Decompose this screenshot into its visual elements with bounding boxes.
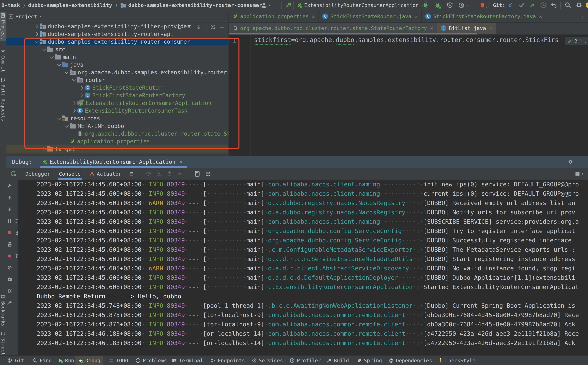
debug-console[interactable]: 2023-02-16T22:34:45.600+08:00··INFO·8034… (18, 180, 588, 355)
tree-row-java[interactable]: java (6, 61, 229, 69)
gear-button[interactable] (7, 288, 12, 294)
settings-gear-button[interactable] (576, 2, 582, 8)
chevron-expanded-icon[interactable] (63, 123, 70, 129)
breadcrumb-project[interactable]: dubbo-samples-extensibility (28, 2, 112, 8)
close-icon[interactable]: ✕ (415, 14, 418, 19)
statusbar-item-dependencies[interactable]: Dependencies (386, 356, 435, 365)
statusbar-item-problems[interactable]: Problems (133, 356, 170, 365)
breadcrumb-module[interactable]: dubbo-samples-extensibility-router-consu… (128, 2, 262, 8)
editor-tab-stickfirststaterouter-java[interactable]: StickFirstStateRouter.java✕ (319, 10, 421, 22)
coverage-button[interactable] (446, 2, 453, 8)
inspection-widget[interactable]: 2 ⌃ ⌄ (565, 37, 588, 45)
close-icon[interactable]: ✕ (539, 14, 542, 19)
up-button[interactable] (7, 195, 12, 200)
debug-button[interactable] (434, 2, 441, 8)
code-line[interactable]: stickfirst=org.apache.dubbo.samples.exte… (254, 36, 559, 43)
mute-button[interactable] (7, 265, 12, 270)
build-hammer-button[interactable] (285, 2, 292, 8)
wrench-button[interactable] (7, 183, 12, 189)
tree-row-stickfirststaterouter[interactable]: StickFirstStateRouter (6, 84, 229, 91)
git-commit-button[interactable] (518, 2, 525, 8)
chevron-collapsed-icon[interactable] (71, 107, 77, 114)
git-update-button[interactable] (507, 2, 514, 8)
editor-area[interactable] (229, 35, 588, 155)
close-icon[interactable]: ✕ (179, 159, 183, 165)
layout-menu-icon[interactable] (129, 171, 134, 176)
close-icon[interactable]: ✕ (489, 26, 492, 31)
next-problem-icon[interactable]: ⌄ (584, 39, 587, 44)
statusbar-item-checkstyle[interactable]: CheckStyle (435, 356, 478, 365)
chevron-collapsed-icon[interactable] (33, 23, 40, 29)
tree-row-dubbo-samples-extensibility-ro[interactable]: dubbo-samples-extensibility-router-consu… (6, 38, 229, 45)
chevron-expanded-icon[interactable] (41, 46, 47, 52)
editor-tab-org-apache-dubbo-rpc-cluster[interactable]: org.apache.dubbo.rpc.cluster.router.stat… (229, 23, 437, 34)
statusbar-item-build[interactable]: Build (324, 356, 352, 365)
close-icon[interactable]: ✕ (430, 26, 433, 31)
pause-button[interactable] (7, 218, 12, 224)
user-menu[interactable]: ▾ (261, 2, 271, 8)
statusbar-item-todo[interactable]: TODO (106, 356, 131, 365)
view-options-icon[interactable] (205, 170, 211, 177)
statusbar-item-git[interactable]: Git (5, 356, 27, 365)
panel-settings-icon[interactable] (568, 159, 573, 164)
debug-tab-actuator[interactable]: Actuator (89, 168, 121, 180)
chevron-expanded-icon[interactable] (63, 69, 70, 76)
project-panel-title[interactable]: Project (15, 14, 37, 20)
down-button[interactable] (7, 207, 12, 212)
tree-row-meta-inf-dubbo[interactable]: META-INF.dubbo (6, 122, 229, 130)
tab-options-icon[interactable]: ⋮ (580, 13, 586, 20)
tree-row-dubbo-samples-extensibility-ro[interactable]: dubbo-samples-extensibility-router-api (6, 30, 229, 38)
prev-problem-icon[interactable]: ⌃ (579, 39, 582, 44)
close-icon[interactable]: ✕ (312, 14, 315, 19)
breadcrumb-root[interactable]: 0-task (1, 2, 20, 8)
debug-tab-console[interactable]: Console (59, 168, 81, 180)
statusbar-item-find[interactable]: Find (30, 356, 54, 365)
tree-row-router[interactable]: router (6, 76, 229, 84)
stop-button[interactable] (7, 230, 12, 235)
editor-tab-application-properties[interactable]: application.properties✕ (229, 10, 319, 22)
tree-row-src[interactable]: src (6, 45, 229, 53)
debug-session-tab[interactable]: ExtensibilityRouterConsumerApplication ✕ (42, 156, 183, 168)
run-button[interactable] (423, 2, 429, 8)
printer-button[interactable] (7, 242, 12, 247)
statusbar-item-run[interactable]: Run (55, 356, 77, 365)
tree-row-dubbo-samples-extensibility-fi[interactable]: dubbo-samples-extensibility-filter-provi… (6, 22, 229, 30)
tree-row-extensibilityrouterconsumerapp[interactable]: ExtensibilityRouterConsumerApplication (6, 99, 229, 107)
run-configuration-select[interactable]: ExtensibilityRouterConsumerApplication ▾ (293, 1, 427, 9)
statusbar-item-endpoints[interactable]: Endpoints (208, 356, 248, 365)
tree-row-stickfirststaterouterfactory[interactable]: StickFirstStateRouterFactory (6, 91, 229, 99)
statusbar-item-spring[interactable]: Spring (354, 356, 384, 365)
tree-row-org-apache-dubbo-samples-exten[interactable]: org.apache.dubbo.samples.extensibility.r… (6, 69, 229, 76)
stripe-item-project[interactable]: Project (0, 12, 6, 41)
search-everywhere-button[interactable] (565, 2, 571, 8)
chevron-collapsed-icon[interactable] (78, 84, 85, 91)
tree-row-org-apache-dubbo-rpc-cluster-r[interactable]: org.apache.dubbo.rpc.cluster.router.stat… (6, 130, 229, 138)
statusbar-item-services[interactable]: Services (249, 356, 286, 365)
statusbar-item-terminal[interactable]: Terminal (169, 356, 206, 365)
chevron-collapsed-icon[interactable] (41, 146, 47, 152)
chevron-expanded-icon[interactable] (56, 62, 62, 68)
statusbar-item-profiler[interactable]: Profiler (287, 356, 324, 365)
rollback-button[interactable] (551, 2, 557, 8)
tree-row-main[interactable]: main (6, 53, 229, 61)
editor-tab-stickfirststaterouterfactory[interactable]: StickFirstStateRouterFactory.java✕ (422, 10, 546, 22)
chevron-expanded-icon[interactable] (71, 77, 77, 83)
tree-row-resources[interactable]: resources (6, 114, 229, 122)
stop-button[interactable]: 2 (479, 2, 486, 9)
chevron-expanded-icon[interactable] (33, 38, 40, 45)
notification-icon[interactable] (586, 2, 588, 8)
hide-panel-button[interactable]: − (580, 158, 584, 166)
git-push-button[interactable] (529, 2, 536, 8)
pin-button[interactable] (7, 300, 12, 305)
editor-tab-bitlist-java[interactable]: BitList.java✕ (437, 23, 496, 34)
tree-row-application-properties[interactable]: application.properties (6, 138, 229, 145)
chevron-expanded-icon[interactable] (56, 115, 62, 121)
chevron-collapsed-icon[interactable] (78, 92, 85, 98)
profiler-button[interactable]: ▾ (458, 2, 468, 8)
stripe-item-pull-requests[interactable]: Pull Requests (0, 77, 6, 122)
chevron-expanded-icon[interactable] (48, 54, 55, 60)
tree-row-target[interactable]: target (6, 145, 229, 153)
stripe-item-commit[interactable]: Commit (0, 46, 6, 74)
evaluate-expression-icon[interactable] (194, 170, 201, 177)
debug-tab-debugger[interactable]: Debugger (25, 168, 50, 180)
